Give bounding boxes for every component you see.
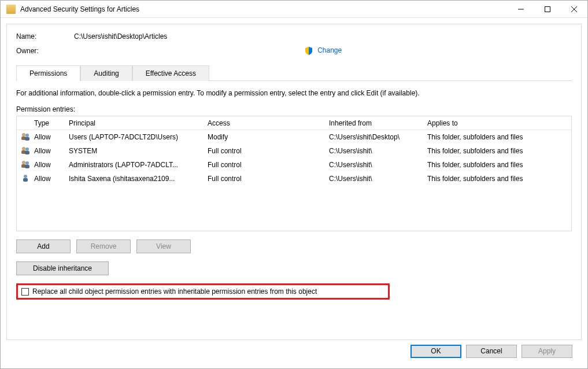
user-icon — [20, 174, 31, 182]
cell-inherited: C:\Users\ishit\ — [329, 175, 427, 183]
cell-access: Full control — [208, 175, 329, 183]
col-inherited[interactable]: Inherited from — [329, 119, 427, 127]
cell-applies: This folder, subfolders and files — [427, 147, 568, 155]
svg-rect-1 — [545, 6, 550, 12]
svg-point-16 — [24, 175, 27, 178]
svg-rect-15 — [25, 165, 29, 168]
col-type[interactable]: Type — [34, 119, 69, 127]
owner-label: Owner: — [16, 47, 74, 55]
table-row[interactable]: AllowSYSTEMFull controlC:\Users\ishit\Th… — [17, 144, 571, 158]
replace-checkbox-label: Replace all child object permission entr… — [32, 287, 317, 296]
remove-button[interactable]: Remove — [76, 239, 131, 253]
tabs: Permissions Auditing Effective Access — [16, 65, 572, 80]
cell-access: Full control — [208, 161, 329, 169]
replace-checkbox[interactable] — [21, 288, 29, 296]
svg-point-8 — [22, 147, 25, 150]
titlebar: Advanced Security Settings for Articles — [1, 1, 587, 18]
cell-principal: Ishita Saxena (ishitasaxena2109... — [69, 175, 208, 183]
content-area: Name: C:\Users\ishit\Desktop\Articles Ow… — [1, 18, 587, 368]
cell-principal: Users (LAPTOP-7ADCLT2D\Users) — [69, 133, 208, 141]
cell-type: Allow — [34, 161, 69, 169]
cell-applies: This folder, subfolders and files — [427, 161, 568, 169]
cell-applies: This folder, subfolders and files — [427, 133, 568, 141]
cell-applies: This folder, subfolders and files — [427, 175, 568, 183]
info-text: For additional information, double-click… — [16, 89, 572, 97]
svg-point-6 — [25, 134, 29, 137]
svg-point-12 — [22, 161, 25, 164]
svg-rect-17 — [23, 178, 28, 182]
name-value: C:\Users\ishit\Desktop\Articles — [74, 32, 167, 40]
close-button[interactable] — [561, 1, 587, 18]
minimize-button[interactable] — [508, 1, 534, 18]
maximize-button[interactable] — [534, 1, 561, 18]
cell-principal: Administrators (LAPTOP-7ADCLT... — [69, 161, 208, 169]
svg-rect-7 — [25, 137, 29, 141]
apply-button[interactable]: Apply — [522, 345, 572, 358]
window-title: Advanced Security Settings for Articles — [20, 5, 139, 13]
footer-buttons: OK Cancel Apply — [6, 340, 582, 363]
table-row[interactable]: AllowIshita Saxena (ishitasaxena2109...F… — [17, 172, 571, 186]
svg-point-10 — [25, 147, 29, 151]
table-row[interactable]: AllowAdministrators (LAPTOP-7ADCLT...Ful… — [17, 158, 571, 172]
cell-inherited: C:\Users\ishit\Desktop\ — [329, 133, 427, 141]
entries-label: Permission entries: — [16, 105, 572, 113]
disable-inheritance-button[interactable]: Disable inheritance — [16, 261, 109, 275]
cell-type: Allow — [34, 133, 69, 141]
cancel-button[interactable]: Cancel — [466, 345, 517, 358]
shield-icon — [304, 46, 313, 56]
cell-inherited: C:\Users\ishit\ — [329, 147, 427, 155]
permission-grid: Type Principal Access Inherited from App… — [16, 116, 572, 231]
cell-principal: SYSTEM — [69, 147, 208, 155]
add-button[interactable]: Add — [16, 239, 71, 253]
owner-row: Owner: Change — [16, 46, 572, 56]
cell-type: Allow — [34, 175, 69, 183]
cell-access: Full control — [208, 147, 329, 155]
users-icon — [20, 132, 31, 141]
cell-type: Allow — [34, 147, 69, 155]
name-row: Name: C:\Users\ishit\Desktop\Articles — [16, 32, 572, 40]
col-principal[interactable]: Principal — [69, 119, 208, 127]
replace-checkbox-row[interactable]: Replace all child object permission entr… — [16, 283, 390, 300]
users-icon — [20, 146, 31, 154]
name-label: Name: — [16, 32, 74, 40]
cell-inherited: C:\Users\ishit\ — [329, 161, 427, 169]
entry-buttons: Add Remove View — [16, 239, 572, 253]
tab-auditing[interactable]: Auditing — [80, 65, 132, 81]
folder-icon — [6, 5, 16, 14]
tab-permissions[interactable]: Permissions — [16, 65, 80, 81]
inner-panel: Name: C:\Users\ishit\Desktop\Articles Ow… — [6, 24, 582, 340]
svg-point-14 — [25, 161, 29, 165]
view-button[interactable]: View — [136, 239, 191, 253]
col-applies[interactable]: Applies to — [427, 119, 568, 127]
users-icon — [20, 160, 31, 168]
svg-point-4 — [22, 133, 25, 136]
cell-access: Modify — [208, 133, 329, 141]
svg-rect-11 — [25, 151, 29, 154]
table-row[interactable]: AllowUsers (LAPTOP-7ADCLT2D\Users)Modify… — [17, 130, 571, 144]
ok-button[interactable]: OK — [411, 345, 461, 358]
tab-body: For additional information, double-click… — [16, 80, 572, 331]
grid-header: Type Principal Access Inherited from App… — [17, 116, 571, 130]
change-owner-link[interactable]: Change — [317, 46, 342, 54]
col-access[interactable]: Access — [208, 119, 329, 127]
tab-effective-access[interactable]: Effective Access — [132, 65, 209, 81]
